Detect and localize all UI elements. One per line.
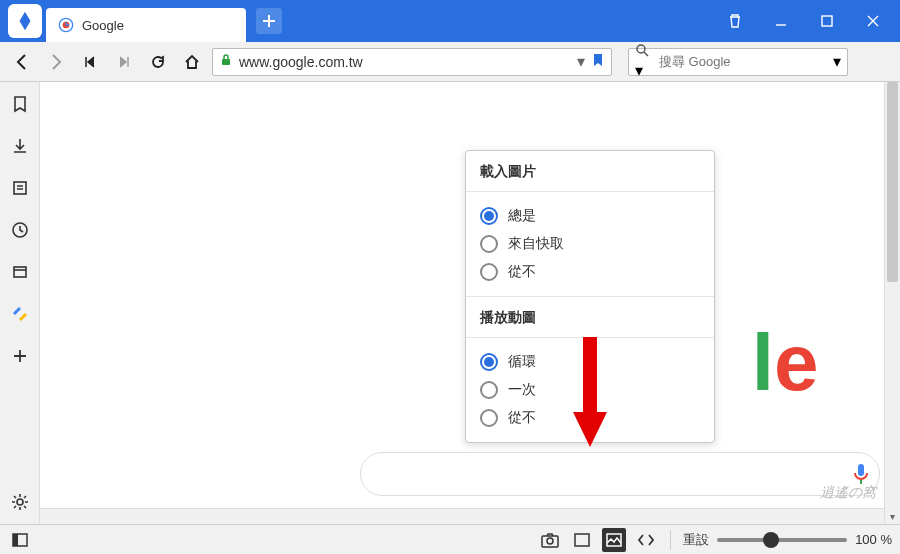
panel-toggle-icon[interactable] bbox=[8, 528, 32, 552]
panel-sidebar bbox=[0, 82, 40, 524]
close-button[interactable] bbox=[850, 0, 896, 42]
address-dropdown-icon[interactable]: ▾ bbox=[577, 52, 585, 71]
capture-icon[interactable] bbox=[538, 528, 562, 552]
reload-button[interactable] bbox=[144, 48, 172, 76]
rewind-button[interactable] bbox=[76, 48, 104, 76]
new-tab-button[interactable] bbox=[256, 8, 282, 34]
trash-button[interactable] bbox=[712, 0, 758, 42]
vertical-scrollbar[interactable]: ▾ bbox=[884, 82, 900, 524]
url-input[interactable] bbox=[239, 54, 571, 70]
svg-rect-6 bbox=[14, 267, 26, 277]
add-panel-button[interactable] bbox=[8, 344, 32, 368]
search-field[interactable]: ▾ ▾ bbox=[628, 48, 848, 76]
back-button[interactable] bbox=[8, 48, 36, 76]
svg-rect-8 bbox=[858, 464, 864, 476]
page-actions-icon[interactable] bbox=[634, 528, 658, 552]
status-bar: 重設 100 % bbox=[0, 524, 900, 554]
svg-point-3 bbox=[637, 45, 645, 53]
image-toggle-icon[interactable] bbox=[602, 528, 626, 552]
address-field[interactable]: ▾ bbox=[212, 48, 612, 76]
horizontal-scrollbar[interactable] bbox=[40, 508, 884, 524]
load-images-heading: 載入圖片 bbox=[466, 151, 714, 192]
annotation-arrow bbox=[565, 332, 615, 456]
zoom-slider[interactable] bbox=[717, 538, 847, 542]
scrollbar-thumb[interactable] bbox=[887, 82, 898, 282]
svg-rect-2 bbox=[222, 59, 230, 65]
forward-button[interactable] bbox=[42, 48, 70, 76]
svg-rect-4 bbox=[14, 182, 26, 194]
svg-rect-10 bbox=[13, 534, 18, 546]
maximize-button[interactable] bbox=[804, 0, 850, 42]
svg-point-12 bbox=[547, 538, 553, 544]
radio-icon bbox=[480, 263, 498, 281]
window-titlebar: Google bbox=[0, 0, 900, 42]
radio-icon bbox=[480, 235, 498, 253]
radio-icon bbox=[480, 353, 498, 371]
svg-rect-13 bbox=[575, 534, 589, 546]
load-images-cache[interactable]: 來自快取 bbox=[480, 230, 700, 258]
bookmarks-panel-icon[interactable] bbox=[8, 92, 32, 116]
bookmark-icon[interactable] bbox=[591, 53, 605, 71]
tiling-icon[interactable] bbox=[570, 528, 594, 552]
zoom-level-label: 100 % bbox=[855, 532, 892, 547]
home-button[interactable] bbox=[178, 48, 206, 76]
minimize-button[interactable] bbox=[758, 0, 804, 42]
scrollbar-down-icon[interactable]: ▾ bbox=[885, 511, 900, 522]
watermark-logo: 逍遙の窩 bbox=[820, 484, 876, 502]
radio-icon bbox=[480, 381, 498, 399]
downloads-panel-icon[interactable] bbox=[8, 134, 32, 158]
search-input[interactable] bbox=[659, 54, 827, 69]
zoom-reset-button[interactable]: 重設 bbox=[683, 531, 709, 549]
window-panel-icon[interactable] bbox=[8, 260, 32, 284]
svg-point-7 bbox=[17, 499, 23, 505]
zoom-slider-knob[interactable] bbox=[763, 532, 779, 548]
fast-forward-button[interactable] bbox=[110, 48, 138, 76]
tab-title: Google bbox=[82, 18, 124, 33]
history-panel-icon[interactable] bbox=[8, 218, 32, 242]
svg-rect-1 bbox=[822, 16, 832, 26]
load-images-always[interactable]: 總是 bbox=[480, 202, 700, 230]
web-panel-icon[interactable] bbox=[8, 302, 32, 326]
settings-icon[interactable] bbox=[8, 490, 32, 514]
mic-icon[interactable] bbox=[852, 462, 870, 486]
reader-panel-icon[interactable] bbox=[8, 176, 32, 200]
load-images-never[interactable]: 從不 bbox=[480, 258, 700, 286]
tab-favicon-google-icon bbox=[58, 17, 74, 33]
radio-icon bbox=[480, 207, 498, 225]
search-engine-icon[interactable]: ▾ bbox=[635, 43, 653, 80]
lock-icon bbox=[219, 53, 233, 71]
active-tab[interactable]: Google bbox=[46, 8, 246, 42]
google-search-box[interactable] bbox=[360, 452, 880, 496]
radio-icon bbox=[480, 409, 498, 427]
address-toolbar: ▾ ▾ ▾ bbox=[0, 42, 900, 82]
search-dropdown-icon[interactable]: ▾ bbox=[833, 52, 841, 71]
load-images-group: 總是 來自快取 從不 bbox=[466, 192, 714, 296]
vivaldi-logo[interactable] bbox=[8, 4, 42, 38]
